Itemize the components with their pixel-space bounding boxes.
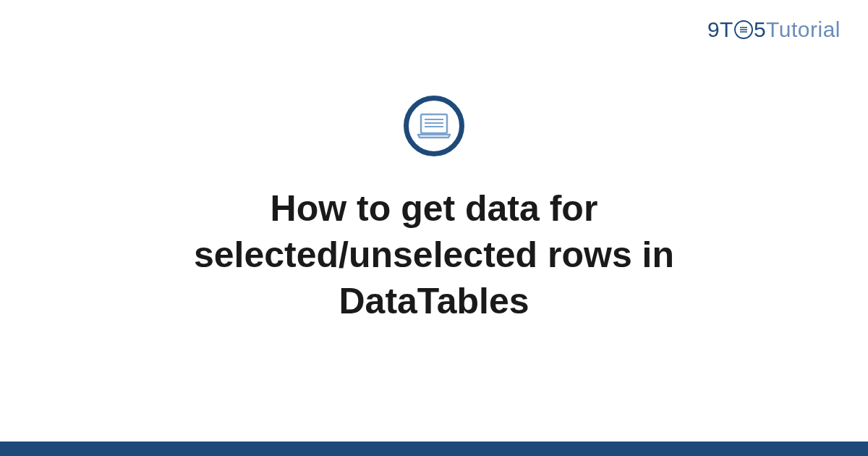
footer-accent-bar	[0, 442, 868, 456]
main-content: How to get data for selected/unselected …	[0, 0, 868, 456]
article-icon-wrap	[404, 96, 464, 156]
laptop-icon	[404, 96, 464, 156]
article-title: How to get data for selected/unselected …	[109, 185, 760, 324]
